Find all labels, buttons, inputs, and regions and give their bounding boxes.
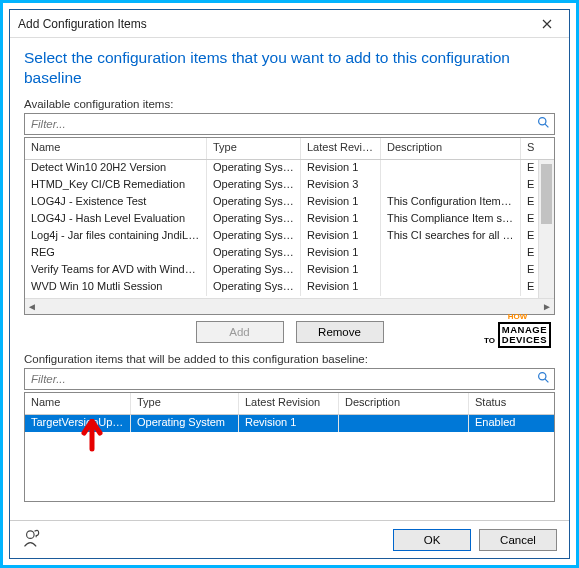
cell-desc: This Compliance Item sear... bbox=[381, 211, 521, 228]
cell-name: Log4j - Jar files containing JndiLooku..… bbox=[25, 228, 207, 245]
cell-rev: Revision 1 bbox=[301, 262, 381, 279]
cell-name: TargetVersionUpgrad... bbox=[25, 415, 131, 432]
available-filter[interactable] bbox=[24, 113, 555, 135]
table-row[interactable]: HTMD_Key CI/CB RemediationOperating Syst… bbox=[25, 177, 554, 194]
ok-button[interactable]: OK bbox=[393, 529, 471, 551]
scroll-left-icon[interactable]: ◄ bbox=[27, 301, 37, 312]
dialog-window: Add Configuration Items Select the confi… bbox=[9, 9, 570, 559]
added-label: Configuration items that will be added t… bbox=[24, 353, 555, 365]
cell-type: Operating System bbox=[207, 279, 301, 296]
scrollbar-vertical[interactable] bbox=[538, 160, 554, 298]
cell-type: Operating System bbox=[207, 228, 301, 245]
cell-type: Operating System bbox=[207, 245, 301, 262]
col-s[interactable]: S bbox=[521, 138, 543, 159]
col-type[interactable]: Type bbox=[131, 393, 239, 414]
remove-button[interactable]: Remove bbox=[296, 321, 384, 343]
search-icon[interactable] bbox=[537, 371, 550, 387]
cell-type: Operating System bbox=[207, 262, 301, 279]
search-icon[interactable] bbox=[537, 116, 550, 132]
table-row[interactable]: LOG4J - Hash Level EvaluationOperating S… bbox=[25, 211, 554, 228]
cell-desc bbox=[381, 279, 521, 296]
instruction-text: Select the configuration items that you … bbox=[24, 48, 555, 88]
cell-name: HTMD_Key CI/CB Remediation bbox=[25, 177, 207, 194]
cell-desc: This Configuration Item test... bbox=[381, 194, 521, 211]
cell-desc: This CI searches for all jar-fi... bbox=[381, 228, 521, 245]
table-row[interactable]: Detect Win10 20H2 VersionOperating Syste… bbox=[25, 160, 554, 177]
cell-rev: Revision 1 bbox=[239, 415, 339, 432]
cell-status: Enabled bbox=[469, 415, 539, 432]
help-icon[interactable] bbox=[22, 528, 42, 552]
svg-line-3 bbox=[545, 379, 548, 382]
cell-rev: Revision 1 bbox=[301, 211, 381, 228]
cell-name: Verify Teams for AVD with Windows 11 bbox=[25, 262, 207, 279]
added-filter-input[interactable] bbox=[29, 372, 537, 386]
col-desc[interactable]: Description bbox=[339, 393, 469, 414]
cell-name: LOG4J - Hash Level Evaluation bbox=[25, 211, 207, 228]
close-icon bbox=[542, 19, 552, 29]
col-desc[interactable]: Description bbox=[381, 138, 521, 159]
svg-point-0 bbox=[539, 118, 546, 125]
scrollbar-horizontal[interactable]: ◄ ► bbox=[25, 298, 554, 314]
scroll-right-icon[interactable]: ► bbox=[542, 301, 552, 312]
cell-desc bbox=[339, 415, 469, 432]
cell-rev: Revision 1 bbox=[301, 245, 381, 262]
cell-name: REG bbox=[25, 245, 207, 262]
col-name[interactable]: Name bbox=[25, 393, 131, 414]
add-button: Add bbox=[196, 321, 284, 343]
table-row[interactable]: Log4j - Jar files containing JndiLooku..… bbox=[25, 228, 554, 245]
cell-desc bbox=[381, 177, 521, 194]
cell-type: Operating System bbox=[207, 160, 301, 177]
available-grid: Name Type Latest Revision Description S … bbox=[24, 137, 555, 315]
available-grid-header[interactable]: Name Type Latest Revision Description S bbox=[25, 138, 554, 160]
col-status[interactable]: Status bbox=[469, 393, 539, 414]
table-row[interactable]: WVD Win 10 Mutli SessionOperating System… bbox=[25, 279, 554, 296]
cell-rev: Revision 1 bbox=[301, 194, 381, 211]
cell-desc bbox=[381, 160, 521, 177]
added-filter[interactable] bbox=[24, 368, 555, 390]
watermark-logo: HOW TO MANAGEDEVICES bbox=[484, 313, 551, 347]
cell-name: Detect Win10 20H2 Version bbox=[25, 160, 207, 177]
table-row[interactable]: REGOperating SystemRevision 1E bbox=[25, 245, 554, 262]
scrollbar-thumb[interactable] bbox=[541, 164, 552, 224]
cell-type: Operating System bbox=[207, 211, 301, 228]
titlebar: Add Configuration Items bbox=[10, 10, 569, 38]
cell-name: LOG4J - Existence Test bbox=[25, 194, 207, 211]
cell-type: Operating System bbox=[131, 415, 239, 432]
available-label: Available configuration items: bbox=[24, 98, 555, 110]
col-rev[interactable]: Latest Revision bbox=[301, 138, 381, 159]
cancel-button[interactable]: Cancel bbox=[479, 529, 557, 551]
cell-type: Operating System bbox=[207, 194, 301, 211]
cell-rev: Revision 1 bbox=[301, 160, 381, 177]
table-row[interactable]: LOG4J - Existence TestOperating SystemRe… bbox=[25, 194, 554, 211]
col-rev[interactable]: Latest Revision bbox=[239, 393, 339, 414]
dialog-footer: OK Cancel bbox=[10, 520, 569, 558]
svg-point-2 bbox=[539, 373, 546, 380]
cell-desc bbox=[381, 262, 521, 279]
close-button[interactable] bbox=[527, 11, 567, 37]
window-title: Add Configuration Items bbox=[18, 17, 147, 31]
available-filter-input[interactable] bbox=[29, 117, 537, 131]
svg-line-1 bbox=[545, 124, 548, 127]
cell-rev: Revision 1 bbox=[301, 228, 381, 245]
cell-desc bbox=[381, 245, 521, 262]
col-name[interactable]: Name bbox=[25, 138, 207, 159]
cell-name: WVD Win 10 Mutli Session bbox=[25, 279, 207, 296]
added-grid: Name Type Latest Revision Description St… bbox=[24, 392, 555, 502]
cell-type: Operating System bbox=[207, 177, 301, 194]
table-row[interactable]: TargetVersionUpgrad...Operating SystemRe… bbox=[25, 415, 554, 432]
added-grid-header[interactable]: Name Type Latest Revision Description St… bbox=[25, 393, 554, 415]
svg-point-4 bbox=[27, 530, 34, 538]
col-type[interactable]: Type bbox=[207, 138, 301, 159]
cell-rev: Revision 3 bbox=[301, 177, 381, 194]
table-row[interactable]: Verify Teams for AVD with Windows 11Oper… bbox=[25, 262, 554, 279]
cell-rev: Revision 1 bbox=[301, 279, 381, 296]
